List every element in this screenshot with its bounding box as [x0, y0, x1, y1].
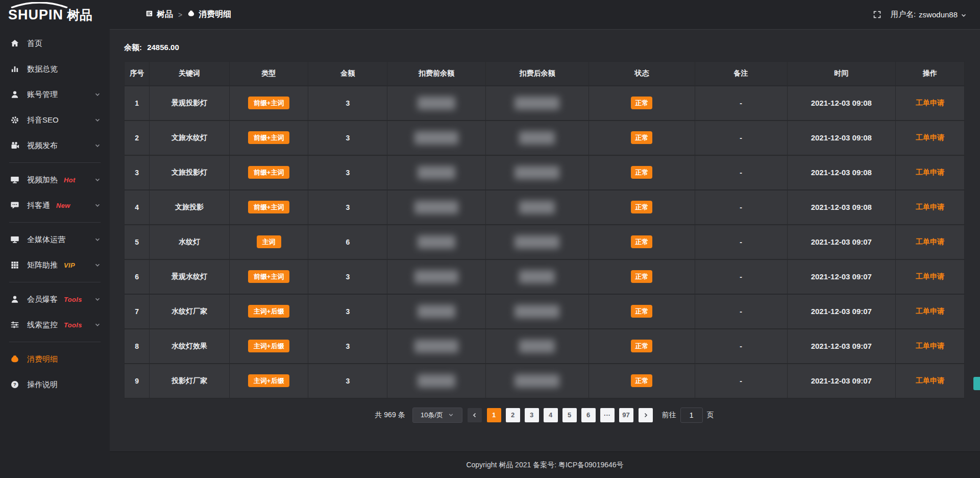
ticket-request-link[interactable]: 工单申请 [916, 99, 944, 107]
ticket-request-link[interactable]: 工单申请 [916, 307, 944, 315]
redacted-balance-after [519, 340, 555, 353]
cell-action: 工单申请 [895, 225, 964, 259]
cell-balance-before [387, 294, 486, 329]
page-number-button[interactable]: 2 [506, 408, 520, 422]
page-number-button[interactable]: 97 [619, 408, 633, 422]
ticket-request-link[interactable]: 工单申请 [916, 133, 944, 141]
time-value: 2021-12-03 09:07 [811, 237, 872, 246]
cell-action: 工单申请 [895, 294, 964, 329]
page-number-button[interactable]: 6 [581, 408, 596, 422]
cell-amount: 3 [308, 155, 387, 190]
fullscreen-icon[interactable] [873, 10, 881, 19]
page-number-button[interactable]: 4 [544, 408, 558, 422]
redacted-balance-before [414, 340, 458, 353]
status-badge: 正常 [631, 270, 652, 283]
cell-status: 正常 [589, 329, 695, 364]
sidebar-item-lead-monitoring[interactable]: 线索监控 Tools [0, 312, 110, 338]
cell-balance-before [387, 155, 486, 190]
sidebar-item-account-management[interactable]: 账号管理 [0, 82, 110, 107]
ticket-request-link[interactable]: 工单申请 [916, 272, 944, 280]
sidebar-item-douketong[interactable]: 抖客通 New [0, 193, 110, 218]
sidebar-item-label: 全媒体运营 [27, 235, 65, 245]
column-header: 操作 [895, 62, 964, 86]
cell-keyword: 投影灯厂家 [150, 364, 229, 398]
cell-balance-after [485, 121, 589, 155]
ticket-request-link[interactable]: 工单申请 [916, 237, 944, 246]
sidebar-item-video-heating[interactable]: 视频加热 Hot [0, 167, 110, 193]
page-number-button[interactable]: 3 [525, 408, 539, 422]
keyword-value: 水纹灯 [179, 237, 200, 246]
amount-value: 3 [346, 203, 350, 211]
ticket-request-link[interactable]: 工单申请 [916, 203, 944, 211]
page-number-button[interactable]: ··· [600, 408, 615, 422]
sidebar-item-member-burst[interactable]: 会员爆客 Tools [0, 286, 110, 312]
seq-value: 4 [135, 203, 139, 211]
chevron-down-icon [448, 412, 454, 418]
report-icon [145, 10, 153, 19]
chevron-down-icon [94, 296, 101, 302]
chevron-down-icon [94, 91, 101, 98]
cell-keyword: 水纹灯厂家 [150, 294, 229, 329]
type-badge: 主词+后缀 [248, 305, 290, 318]
amount-value: 3 [346, 99, 350, 107]
redacted-balance-after [519, 131, 555, 145]
footer: Copyright 树品 2021 备案号: 粤ICP备09019646号 [110, 451, 980, 478]
redacted-balance-before [418, 97, 455, 110]
time-value: 2021-12-03 09:07 [811, 342, 872, 350]
cell-balance-after [485, 86, 589, 121]
page-number-button[interactable]: 1 [487, 408, 501, 422]
status-badge: 正常 [631, 131, 652, 144]
sidebar-item-douyin-seo[interactable]: 抖音SEO [0, 107, 110, 133]
svg-text:?: ? [13, 381, 16, 387]
keyword-value: 文旅水纹灯 [172, 133, 207, 141]
ticket-request-link[interactable]: 工单申请 [916, 168, 944, 176]
time-value: 2021-12-03 09:08 [811, 203, 872, 211]
cell-action: 工单申请 [895, 259, 964, 294]
sidebar-item-instructions[interactable]: ? 操作说明 [0, 372, 110, 397]
column-header: 扣费后余额 [485, 62, 589, 86]
cell-status: 正常 [589, 364, 695, 398]
app-window: SHUPIN 树品 首页 数据总览 账号管理 抖音SEO [0, 0, 980, 478]
cell-status: 正常 [589, 294, 695, 329]
seq-value: 8 [135, 342, 139, 350]
cell-remark: - [695, 329, 787, 364]
ticket-request-link[interactable]: 工单申请 [916, 342, 944, 350]
money-bag-icon [187, 10, 195, 19]
sidebar-item-data-overview[interactable]: 数据总览 [0, 56, 110, 82]
sidebar-item-home[interactable]: 首页 [0, 31, 110, 56]
sidebar-item-matrix-boost[interactable]: 矩阵助推 VIP [0, 252, 110, 278]
page-size-select[interactable]: 10条/页 [412, 408, 462, 423]
cell-balance-before [387, 225, 486, 259]
goto-suffix: 页 [707, 411, 714, 420]
cell-balance-after [485, 225, 589, 259]
table-row: 9 投影灯厂家 主词+后缀 3 正常 - 2021-12-03 09:07 工单… [125, 364, 965, 398]
user-menu[interactable]: 用户名: zswodun88 [891, 10, 967, 19]
goto-page-input[interactable] [680, 408, 703, 423]
ticket-request-link[interactable]: 工单申请 [916, 376, 944, 385]
sidebar-item-omni-media[interactable]: 全媒体运营 [0, 227, 110, 252]
cell-time: 2021-12-03 09:07 [787, 364, 895, 398]
page-number-button[interactable]: 5 [562, 408, 577, 422]
cell-action: 工单申请 [895, 121, 964, 155]
sidebar-item-video-publish[interactable]: 视频发布 [0, 133, 110, 158]
sidebar-item-label: 消费明细 [27, 354, 58, 364]
breadcrumb-home[interactable]: 树品 [145, 9, 173, 20]
redacted-balance-after [519, 270, 555, 283]
floating-widget[interactable] [973, 377, 980, 390]
page-buttons: 123456···97 [487, 408, 633, 422]
redacted-balance-before [414, 201, 458, 214]
chevron-down-icon [94, 117, 101, 123]
sidebar-item-consumption-detail[interactable]: 消费明细 [0, 346, 110, 372]
cell-amount: 6 [308, 225, 387, 259]
question-circle-icon: ? [10, 380, 19, 389]
prev-page-button[interactable] [468, 408, 482, 422]
table-row: 1 景观投影灯 前缀+主词 3 正常 - 2021-12-03 09:08 工单… [125, 86, 965, 121]
consumption-table: 序号关键词类型金额扣费前余额扣费后余额状态备注时间操作 1 景观投影灯 前缀+主… [124, 61, 965, 399]
cell-keyword: 水纹灯 [150, 225, 229, 259]
breadcrumb-current[interactable]: 消费明细 [187, 9, 231, 20]
time-value: 2021-12-03 09:08 [811, 99, 872, 107]
next-page-button[interactable] [639, 408, 653, 422]
status-badge: 正常 [631, 201, 652, 213]
pagination: 共 969 条 10条/页 123456···97 前往 页 [124, 408, 965, 423]
sidebar-item-label: 数据总览 [27, 64, 58, 74]
